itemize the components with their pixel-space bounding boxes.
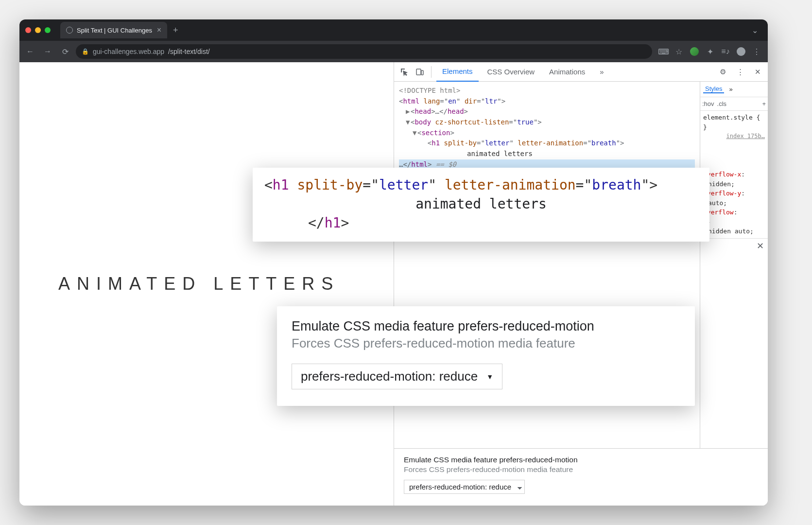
val-hidden-auto: hidden auto; <box>703 227 765 236</box>
rule-overflow-y: overflow-y: <box>703 189 765 198</box>
disclosure-icon[interactable]: ▶ <box>703 217 765 227</box>
tab-elements[interactable]: Elements <box>436 62 479 82</box>
svg-rect-0 <box>416 69 421 75</box>
styles-rules[interactable]: element.style { } index 175b… overflow-x… <box>700 111 768 238</box>
chevron-down-icon: ▼ <box>486 373 493 381</box>
close-tab-icon[interactable]: × <box>157 26 161 35</box>
dom-doctype: <!DOCTYPE html> <box>399 86 695 96</box>
dom-h1-open[interactable]: <h1 split-by="letter" letter-animation="… <box>399 138 695 149</box>
callout-rendering: Emulate CSS media feature prefers-reduce… <box>277 306 695 406</box>
val-auto: auto; <box>703 198 765 208</box>
dom-body[interactable]: ▼<body cz-shortcut-listen="true"> <box>399 117 695 128</box>
forward-button[interactable]: → <box>41 47 54 56</box>
new-style-rule-icon[interactable]: + <box>762 100 766 107</box>
reading-list-icon[interactable]: ≡♪ <box>721 47 730 56</box>
window-controls <box>25 27 51 33</box>
extensions-puzzle-icon[interactable]: ✦ <box>706 47 714 56</box>
tab-strip: Split Text | GUI Challenges × + ⌄ <box>19 19 768 41</box>
tab-title: Split Text | GUI Challenges <box>77 27 152 34</box>
callout-code-snippet: <h1 split-by="letter" letter-animation="… <box>253 168 709 242</box>
back-button[interactable]: ← <box>23 47 37 56</box>
element-style-label: element.style { <box>703 113 765 122</box>
tab-css-overview[interactable]: CSS Overview <box>482 62 541 82</box>
tab-styles[interactable]: Styles <box>703 85 724 93</box>
svg-rect-1 <box>421 70 423 75</box>
url-path: /split-text/dist/ <box>168 48 210 55</box>
dom-html-open[interactable]: <html lang="en" dir="ltr"> <box>399 96 695 107</box>
kebab-icon[interactable]: ⋮ <box>734 66 746 78</box>
chevron-down-icon[interactable]: ⌄ <box>750 26 759 35</box>
new-tab-button[interactable]: + <box>173 25 178 35</box>
hov-toggle[interactable]: :hov <box>702 100 714 107</box>
styles-pane: Styles » :hov .cls + element.style { } i… <box>700 82 768 448</box>
chrome-toolbar: Split Text | GUI Challenges × + ⌄ ← → ⟳ … <box>19 19 768 62</box>
gear-icon[interactable]: ⚙ <box>716 66 729 78</box>
devtools-tabbar: Elements CSS Overview Animations » ⚙ ⋮ ✕ <box>394 62 768 82</box>
page-heading: ANIMATED LETTERS <box>58 274 340 294</box>
callout-render-select-value: prefers-reduced-motion: reduce <box>301 369 478 384</box>
callout-render-subtitle: Forces CSS prefers-reduced-motion media … <box>292 336 680 351</box>
styles-filter-row: :hov .cls + <box>700 97 768 111</box>
brace-close: } <box>703 122 765 132</box>
browser-window: Split Text | GUI Challenges × + ⌄ ← → ⟳ … <box>19 19 768 506</box>
prefers-reduced-motion-select[interactable]: prefers-reduced-motion: reduce <box>404 480 525 494</box>
callout-render-select[interactable]: prefers-reduced-motion: reduce ▼ <box>292 364 502 389</box>
page-viewport: ANIMATED LETTERS <box>19 62 394 506</box>
rule-overflow: overflow: <box>703 208 765 217</box>
callout-h1-open: <h1 split-by="letter" letter-animation="… <box>264 175 698 194</box>
rendering-drawer: Emulate CSS media feature prefers-reduce… <box>394 448 768 506</box>
profile-avatar-icon[interactable] <box>737 47 745 56</box>
tab-overflow[interactable]: » <box>594 62 609 82</box>
extension-icon[interactable] <box>690 47 699 56</box>
callout-h1-close: </h1> <box>264 213 698 232</box>
styles-tabs: Styles » <box>700 82 768 97</box>
dom-head[interactable]: ▶<head>…</head> <box>399 106 695 117</box>
menu-kebab-icon[interactable]: ⋮ <box>752 47 761 56</box>
maximize-window-icon[interactable] <box>45 27 51 33</box>
close-devtools-icon[interactable]: ✕ <box>751 66 764 78</box>
translate-icon[interactable]: ⌨ <box>659 47 668 56</box>
rule-overflow-x: overflow-x: <box>703 170 765 179</box>
val-hidden: hidden; <box>703 179 765 189</box>
address-row: ← → ⟳ 🔒 gui-challenges.web.app/split-tex… <box>19 41 768 62</box>
lock-icon: 🔒 <box>82 48 89 55</box>
cls-toggle[interactable]: .cls <box>717 100 727 107</box>
tab-favicon-icon <box>66 27 73 34</box>
dom-section[interactable]: ▼<section> <box>399 128 695 139</box>
device-toolbar-icon[interactable] <box>414 66 426 78</box>
url-host: gui-challenges.web.app <box>93 48 164 55</box>
minimize-window-icon[interactable] <box>35 27 41 33</box>
devtools-panel: Elements CSS Overview Animations » ⚙ ⋮ ✕… <box>394 62 768 506</box>
tab-animations[interactable]: Animations <box>543 62 591 82</box>
close-window-icon[interactable] <box>25 27 31 33</box>
inspect-element-icon[interactable] <box>398 66 411 78</box>
browser-tab[interactable]: Split Text | GUI Challenges × <box>60 22 167 38</box>
rendering-subtitle: Forces CSS prefers-reduced-motion media … <box>404 465 758 474</box>
reload-button[interactable]: ⟳ <box>58 47 72 56</box>
callout-render-title: Emulate CSS media feature prefers-reduce… <box>292 319 680 334</box>
dom-h1-text: animated letters <box>399 149 695 159</box>
callout-h1-text: animated letters <box>264 194 698 213</box>
styles-close[interactable]: ✕ <box>700 238 768 253</box>
toolbar-icons: ⌨ ☆ ✦ ≡♪ ⋮ <box>656 47 764 56</box>
source-link[interactable]: index 175b… <box>703 132 765 140</box>
address-bar[interactable]: 🔒 gui-challenges.web.app/split-text/dist… <box>76 44 652 59</box>
content-area: ANIMATED LETTERS Elements CSS Overview A… <box>19 62 768 506</box>
tab-styles-overflow[interactable]: » <box>727 86 734 93</box>
bookmark-star-icon[interactable]: ☆ <box>674 47 683 56</box>
rendering-title: Emulate CSS media feature prefers-reduce… <box>404 455 758 464</box>
